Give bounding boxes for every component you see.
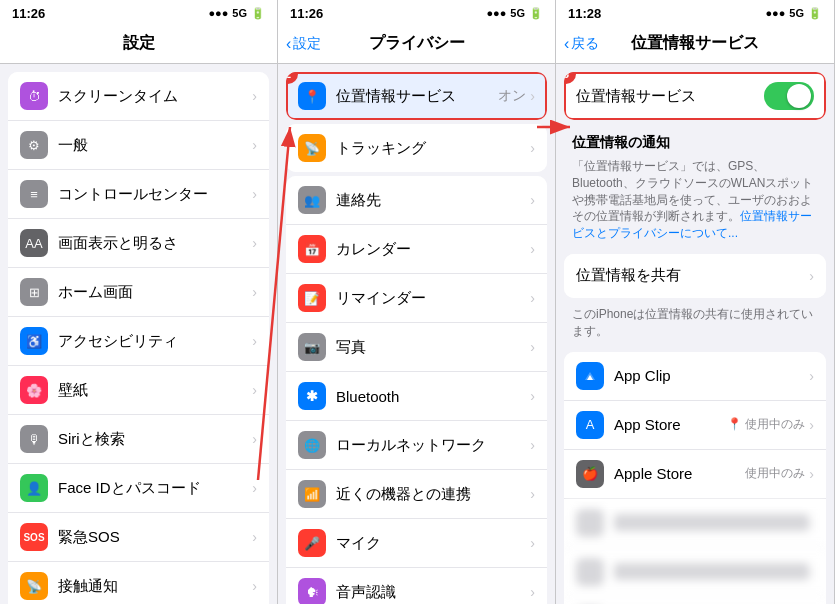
- sos-label: 緊急SOS: [58, 528, 252, 547]
- location-share-desc: このiPhoneは位置情報の共有に使用されています。: [556, 302, 834, 348]
- speech-label: 音声認識: [336, 583, 530, 602]
- privacy-scroll[interactable]: 2 📍 位置情報サービス オン › 📡 トラッキング › 👥: [278, 64, 555, 604]
- battery-2: 🔋: [529, 7, 543, 20]
- location-toggle[interactable]: [764, 82, 814, 110]
- list-item-display[interactable]: AA 画面表示と明るさ ›: [8, 219, 269, 268]
- settings-list-1: ⏱ スクリーンタイム › ⚙ 一般 › ≡ コントロールセンター ›: [8, 72, 269, 604]
- location-desc: 「位置情報サービス」では、GPS、Bluetooth、クラウドソースのWLANス…: [556, 154, 834, 250]
- app-list: App Clip › A App Store 📍 使用中のみ › 🍎 Apple…: [564, 352, 826, 604]
- list-item-sos[interactable]: SOS 緊急SOS ›: [8, 513, 269, 562]
- list-item-screentime[interactable]: ⏱ スクリーンタイム ›: [8, 72, 269, 121]
- list-item-contacts[interactable]: 👥 連絡先 ›: [286, 176, 547, 225]
- nav-bar-3: ‹ 戻る 位置情報サービス: [556, 24, 834, 64]
- contacts-icon: 👥: [298, 186, 326, 214]
- display-icon: AA: [20, 229, 48, 257]
- status-icons-3: ●●● 5G 🔋: [765, 7, 822, 20]
- list-item-appclip[interactable]: App Clip ›: [564, 352, 826, 401]
- list-item-wallpaper[interactable]: 🌸 壁紙 ›: [8, 366, 269, 415]
- nav-title-3: 位置情報サービス: [631, 33, 759, 54]
- list-item-reminders[interactable]: 📝 リマインダー ›: [286, 274, 547, 323]
- list-item-localnetwork[interactable]: 🌐 ローカルネットワーク ›: [286, 421, 547, 470]
- chevron-icon: ›: [252, 333, 257, 349]
- list-item-home[interactable]: ⊞ ホーム画面 ›: [8, 268, 269, 317]
- control-icon: ≡: [20, 180, 48, 208]
- location-share-section: 位置情報を共有 ›: [564, 254, 826, 298]
- display-label: 画面表示と明るさ: [58, 234, 252, 253]
- exposure-label: 接触通知: [58, 577, 252, 596]
- list-item-calendar[interactable]: 📅 カレンダー ›: [286, 225, 547, 274]
- nav-back-2[interactable]: ‹ 設定: [286, 35, 321, 53]
- chevron-icon: ›: [252, 578, 257, 594]
- location-toggle-section: 3 位置情報サービス: [564, 72, 826, 120]
- list-item-bluetooth[interactable]: ✱ Bluetooth ›: [286, 372, 547, 421]
- status-bar-3: 11:28 ●●● 5G 🔋: [556, 0, 834, 24]
- list-item-speech[interactable]: 🗣 音声認識 ›: [286, 568, 547, 604]
- screentime-label: スクリーンタイム: [58, 87, 252, 106]
- bluetooth-label: Bluetooth: [336, 388, 530, 405]
- signal-3: ●●●: [765, 7, 785, 19]
- list-item-general[interactable]: ⚙ 一般 ›: [8, 121, 269, 170]
- privacy-list-2: 📡 トラッキング ›: [286, 124, 547, 172]
- chevron-icon: ›: [809, 368, 814, 384]
- applestore-label: Apple Store: [614, 465, 745, 482]
- list-item-accessibility[interactable]: ♿ アクセシビリティ ›: [8, 317, 269, 366]
- nearby-icon: 📶: [298, 480, 326, 508]
- location-share-item[interactable]: 位置情報を共有 ›: [564, 254, 826, 298]
- nav-bar-2: ‹ 設定 プライバシー: [278, 24, 555, 64]
- speech-icon: 🗣: [298, 578, 326, 604]
- panel-location: 11:28 ●●● 5G 🔋 ‹ 戻る 位置情報サービス 3 位置情報サービス: [556, 0, 835, 604]
- faceid-label: Face IDとパスコード: [58, 479, 252, 498]
- badge-3: 3: [564, 72, 576, 84]
- chevron-icon: ›: [809, 564, 814, 580]
- back-chevron-2: ‹: [286, 35, 291, 53]
- list-item-tracking[interactable]: 📡 トラッキング ›: [286, 124, 547, 172]
- badge-2: 2: [286, 72, 298, 84]
- general-icon: ⚙: [20, 131, 48, 159]
- reminders-label: リマインダー: [336, 289, 530, 308]
- general-label: 一般: [58, 136, 252, 155]
- signal-2: ●●●: [486, 7, 506, 19]
- list-item-mic[interactable]: 🎤 マイク ›: [286, 519, 547, 568]
- time-3: 11:28: [568, 6, 601, 21]
- nav-back-3[interactable]: ‹ 戻る: [564, 35, 599, 53]
- chevron-icon: ›: [252, 88, 257, 104]
- applestore-in-use: 使用中のみ: [745, 465, 805, 482]
- chevron-icon: ›: [252, 431, 257, 447]
- home-icon: ⊞: [20, 278, 48, 306]
- tracking-icon: 📡: [298, 134, 326, 162]
- chevron-icon: ›: [530, 486, 535, 502]
- list-item-exposure[interactable]: 📡 接触通知 ›: [8, 562, 269, 604]
- status-icons-2: ●●● 5G 🔋: [486, 7, 543, 20]
- signal-1: ●●●: [208, 7, 228, 19]
- status-bar-2: 11:26 ●●● 5G 🔋: [278, 0, 555, 24]
- chevron-icon: ›: [530, 388, 535, 404]
- appclip-label: App Clip: [614, 367, 809, 384]
- list-item-faceid[interactable]: 👤 Face IDとパスコード ›: [8, 464, 269, 513]
- mic-icon: 🎤: [298, 529, 326, 557]
- settings-scroll[interactable]: ⏱ スクリーンタイム › ⚙ 一般 › ≡ コントロールセンター ›: [0, 64, 277, 604]
- faceid-icon: 👤: [20, 474, 48, 502]
- chevron-icon: ›: [809, 417, 814, 433]
- chevron-icon: ›: [530, 339, 535, 355]
- accessibility-label: アクセシビリティ: [58, 332, 252, 351]
- home-label: ホーム画面: [58, 283, 252, 302]
- list-item-control[interactable]: ≡ コントロールセンター ›: [8, 170, 269, 219]
- list-item-appstore2[interactable]: A App Store 📍 使用中のみ ›: [564, 401, 826, 450]
- location-notify-title: 位置情報の通知: [556, 124, 834, 154]
- wallpaper-label: 壁紙: [58, 381, 252, 400]
- chevron-icon: ›: [252, 186, 257, 202]
- list-item-location[interactable]: 2 📍 位置情報サービス オン ›: [286, 72, 547, 120]
- location-toggle-item[interactable]: 3 位置情報サービス: [564, 72, 826, 120]
- list-item-nearby[interactable]: 📶 近くの機器との連携 ›: [286, 470, 547, 519]
- chevron-icon: ›: [530, 88, 535, 104]
- list-item-blurred2: ████████ ›: [564, 548, 826, 597]
- chevron-icon: ›: [530, 241, 535, 257]
- list-item-photos[interactable]: 📷 写真 ›: [286, 323, 547, 372]
- list-item-siri[interactable]: 🎙 Siriと検索 ›: [8, 415, 269, 464]
- list-item-blurred1: ████████ ›: [564, 499, 826, 548]
- network-3: 5G: [789, 7, 804, 19]
- control-label: コントロールセンター: [58, 185, 252, 204]
- screentime-icon: ⏱: [20, 82, 48, 110]
- location-scroll[interactable]: 3 位置情報サービス 位置情報の通知 「位置情報サービス」では、GPS、Blue…: [556, 64, 834, 604]
- list-item-applestore[interactable]: 🍎 Apple Store 使用中のみ ›: [564, 450, 826, 499]
